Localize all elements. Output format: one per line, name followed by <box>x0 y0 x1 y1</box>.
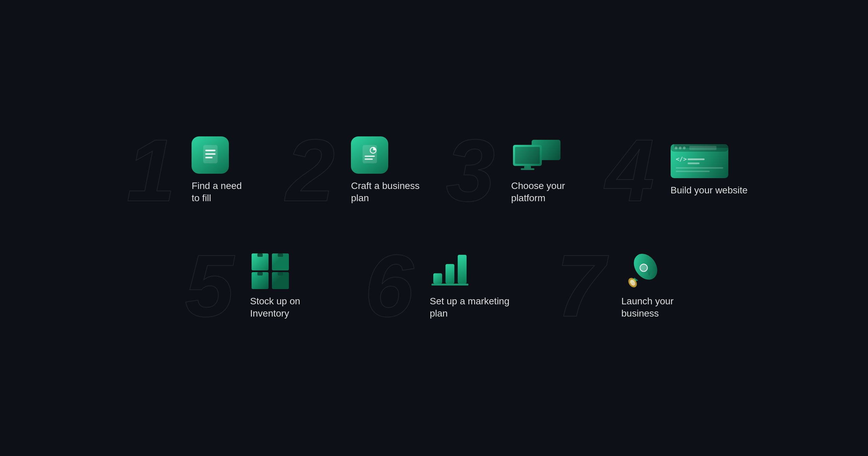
step-5: 5 <box>179 242 318 330</box>
svg-rect-12 <box>521 168 534 170</box>
svg-rect-7 <box>364 158 373 159</box>
step-4-label: Build your website <box>671 184 748 196</box>
step-5-icon <box>250 252 291 289</box>
svg-rect-33 <box>432 284 469 285</box>
step-3-icon <box>511 136 562 174</box>
step-number-5: 5 <box>179 242 240 330</box>
step-7-label: Launch yourbusiness <box>622 295 674 320</box>
svg-point-38 <box>640 264 647 271</box>
step-7: 7 <box>550 242 689 330</box>
step-number-3: 3 <box>440 126 501 214</box>
step-1: 1 Find a needto fill <box>120 126 259 214</box>
step-4: 4 </> <box>599 126 748 214</box>
svg-rect-6 <box>364 156 375 157</box>
svg-rect-23 <box>676 167 723 169</box>
svg-point-17 <box>679 147 682 149</box>
step-2-content: Craft a businessplan <box>351 136 419 205</box>
step-7-icon <box>622 252 662 289</box>
svg-rect-29 <box>257 253 263 257</box>
svg-rect-24 <box>676 171 710 172</box>
step-5-content: Stock up onInventory <box>250 252 318 320</box>
step-number-4: 4 <box>599 126 660 214</box>
svg-rect-19 <box>689 146 716 150</box>
svg-rect-1 <box>205 150 215 151</box>
svg-point-16 <box>675 147 677 149</box>
svg-rect-30 <box>278 253 283 257</box>
svg-rect-21 <box>688 158 705 160</box>
steps-container: 1 Find a needto fill 2 <box>61 126 807 330</box>
step-6-icon <box>430 252 470 289</box>
step-number-1: 1 <box>120 126 181 214</box>
svg-rect-35 <box>446 264 454 284</box>
svg-rect-11 <box>524 166 531 169</box>
svg-rect-22 <box>688 163 699 164</box>
step-3-content: Choose yourplatform <box>511 136 579 205</box>
svg-rect-31 <box>257 272 263 276</box>
svg-rect-2 <box>205 153 215 155</box>
row-1: 1 Find a needto fill 2 <box>61 126 807 214</box>
step-2-icon <box>351 136 388 174</box>
step-1-label: Find a needto fill <box>192 180 242 205</box>
step-4-content: </> Build your website <box>671 144 748 196</box>
svg-rect-36 <box>458 255 467 284</box>
step-1-icon <box>192 136 229 174</box>
step-5-label: Stock up onInventory <box>250 295 300 320</box>
step-2-label: Craft a businessplan <box>351 180 419 205</box>
step-number-6: 6 <box>358 242 419 330</box>
step-1-content: Find a needto fill <box>192 136 259 205</box>
step-number-2: 2 <box>280 126 341 214</box>
row-2: 5 <box>61 242 807 330</box>
svg-rect-32 <box>278 272 283 276</box>
step-3-label: Choose yourplatform <box>511 180 565 205</box>
step-6-label: Set up a marketingplan <box>430 295 509 320</box>
step-6: 6 <box>358 242 509 330</box>
svg-rect-10 <box>515 147 540 164</box>
step-4-icon: </> <box>671 144 728 178</box>
step-6-content: Set up a marketingplan <box>430 252 509 320</box>
svg-rect-3 <box>205 157 213 158</box>
svg-rect-34 <box>433 273 442 284</box>
step-7-content: Launch yourbusiness <box>622 252 689 320</box>
svg-text:</>: </> <box>676 155 687 163</box>
svg-point-18 <box>683 147 686 149</box>
step-number-7: 7 <box>550 242 611 330</box>
step-3: 3 <box>440 126 579 214</box>
step-2: 2 Craft a businessplan <box>280 126 419 214</box>
